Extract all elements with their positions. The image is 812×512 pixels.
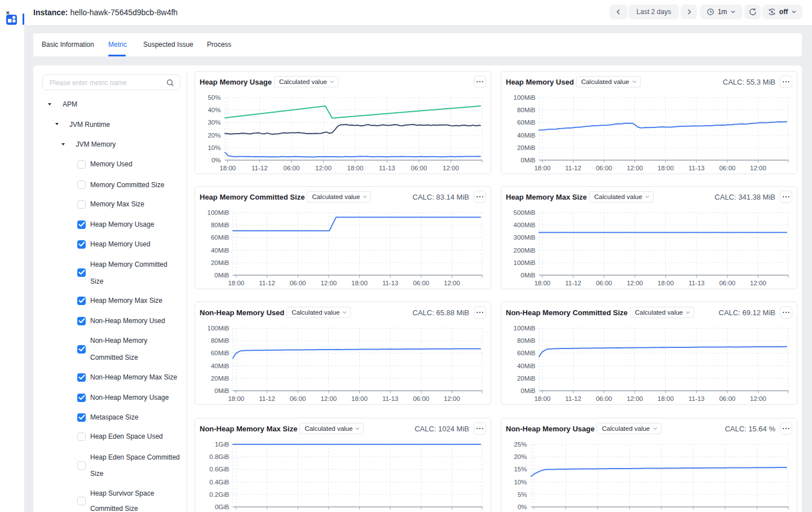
- svg-text:11-12: 11-12: [565, 165, 581, 171]
- svg-text:80MiB: 80MiB: [517, 107, 536, 113]
- svg-text:12:00: 12:00: [444, 280, 460, 286]
- svg-text:20MiB: 20MiB: [517, 144, 536, 151]
- svg-text:18:00: 18:00: [657, 165, 674, 171]
- svg-text:11-13: 11-13: [689, 280, 705, 286]
- svg-text:1GiB: 1GiB: [215, 441, 230, 448]
- svg-text:06:00: 06:00: [413, 280, 429, 286]
- svg-text:12:00: 12:00: [626, 165, 643, 171]
- svg-text:0.2GiB: 0.2GiB: [209, 491, 229, 498]
- svg-text:20MiB: 20MiB: [211, 259, 230, 266]
- svg-text:06:00: 06:00: [596, 165, 612, 171]
- svg-text:40MiB: 40MiB: [211, 363, 230, 369]
- svg-text:100MiB: 100MiB: [208, 209, 230, 216]
- svg-text:11-12: 11-12: [259, 280, 275, 286]
- svg-text:18:00: 18:00: [534, 395, 550, 402]
- svg-text:11-13: 11-13: [689, 395, 705, 402]
- svg-text:80MiB: 80MiB: [211, 222, 230, 228]
- svg-text:12:00: 12:00: [444, 395, 460, 402]
- svg-text:0GiB: 0GiB: [215, 504, 230, 510]
- svg-text:18:00: 18:00: [534, 165, 550, 171]
- svg-text:11-13: 11-13: [382, 395, 399, 402]
- svg-text:5%: 5%: [518, 491, 527, 498]
- svg-text:40MiB: 40MiB: [211, 247, 230, 254]
- svg-text:18:00: 18:00: [228, 280, 244, 286]
- svg-text:10%: 10%: [208, 144, 220, 151]
- svg-text:12:00: 12:00: [750, 395, 766, 402]
- svg-text:100MiB: 100MiB: [514, 94, 536, 101]
- svg-text:12:00: 12:00: [315, 165, 332, 171]
- svg-text:0MiB: 0MiB: [214, 387, 230, 394]
- svg-text:0%: 0%: [211, 157, 221, 164]
- svg-text:15%: 15%: [514, 466, 527, 473]
- svg-text:12:00: 12:00: [750, 280, 766, 286]
- svg-text:20MiB: 20MiB: [211, 375, 230, 382]
- svg-text:18:00: 18:00: [219, 165, 236, 171]
- svg-text:60MiB: 60MiB: [517, 119, 536, 126]
- svg-text:0%: 0%: [518, 504, 527, 510]
- svg-text:06:00: 06:00: [411, 165, 427, 171]
- svg-text:06:00: 06:00: [290, 280, 306, 286]
- svg-text:20%: 20%: [514, 453, 527, 460]
- svg-text:11-12: 11-12: [565, 395, 581, 402]
- svg-text:80MiB: 80MiB: [211, 337, 230, 344]
- svg-text:80MiB: 80MiB: [517, 337, 536, 344]
- svg-text:100MiB: 100MiB: [514, 325, 536, 332]
- svg-text:60MiB: 60MiB: [211, 234, 230, 241]
- svg-text:60MiB: 60MiB: [211, 350, 230, 356]
- svg-text:40MiB: 40MiB: [517, 363, 536, 369]
- svg-text:50%: 50%: [208, 94, 220, 101]
- svg-text:11-13: 11-13: [689, 165, 705, 171]
- svg-text:06:00: 06:00: [284, 165, 300, 171]
- svg-text:06:00: 06:00: [413, 395, 429, 402]
- svg-text:18:00: 18:00: [228, 395, 244, 402]
- svg-text:0.4GiB: 0.4GiB: [209, 479, 229, 485]
- svg-text:0.8GiB: 0.8GiB: [209, 453, 229, 460]
- svg-text:06:00: 06:00: [596, 280, 612, 286]
- svg-text:11-12: 11-12: [565, 280, 581, 286]
- svg-text:11-13: 11-13: [379, 165, 395, 171]
- svg-text:40%: 40%: [208, 107, 220, 113]
- svg-text:300MiB: 300MiB: [514, 234, 536, 241]
- svg-text:18:00: 18:00: [657, 280, 674, 286]
- svg-text:18:00: 18:00: [657, 395, 674, 402]
- svg-text:60MiB: 60MiB: [517, 350, 536, 356]
- svg-text:12:00: 12:00: [320, 395, 337, 402]
- svg-text:06:00: 06:00: [719, 165, 735, 171]
- svg-text:06:00: 06:00: [596, 395, 612, 402]
- svg-text:18:00: 18:00: [347, 165, 364, 171]
- svg-text:18:00: 18:00: [351, 395, 368, 402]
- svg-text:0MiB: 0MiB: [520, 387, 536, 394]
- svg-text:11-12: 11-12: [259, 395, 275, 402]
- svg-text:06:00: 06:00: [719, 280, 735, 286]
- svg-text:12:00: 12:00: [320, 280, 337, 286]
- svg-text:0MiB: 0MiB: [520, 272, 536, 279]
- svg-text:11-12: 11-12: [251, 165, 268, 171]
- svg-text:25%: 25%: [514, 441, 527, 448]
- svg-text:11-13: 11-13: [382, 280, 399, 286]
- svg-text:12:00: 12:00: [443, 165, 459, 171]
- svg-text:12:00: 12:00: [750, 165, 766, 171]
- svg-text:18:00: 18:00: [351, 280, 368, 286]
- svg-text:40MiB: 40MiB: [517, 132, 536, 139]
- svg-text:500MiB: 500MiB: [514, 209, 536, 216]
- svg-text:18:00: 18:00: [534, 280, 550, 286]
- svg-text:20%: 20%: [208, 132, 220, 139]
- svg-text:400MiB: 400MiB: [514, 222, 536, 228]
- svg-text:12:00: 12:00: [626, 280, 643, 286]
- svg-text:0MiB: 0MiB: [520, 157, 536, 164]
- svg-text:0MiB: 0MiB: [214, 272, 230, 279]
- svg-text:10%: 10%: [514, 479, 527, 485]
- svg-text:100MiB: 100MiB: [208, 325, 230, 332]
- svg-text:100MiB: 100MiB: [514, 259, 536, 266]
- svg-text:06:00: 06:00: [719, 395, 735, 402]
- svg-text:0.6GiB: 0.6GiB: [209, 466, 229, 473]
- svg-text:30%: 30%: [208, 119, 220, 126]
- svg-text:20MiB: 20MiB: [517, 375, 536, 382]
- svg-text:12:00: 12:00: [626, 395, 643, 402]
- svg-text:200MiB: 200MiB: [514, 247, 536, 254]
- svg-text:06:00: 06:00: [290, 395, 306, 402]
